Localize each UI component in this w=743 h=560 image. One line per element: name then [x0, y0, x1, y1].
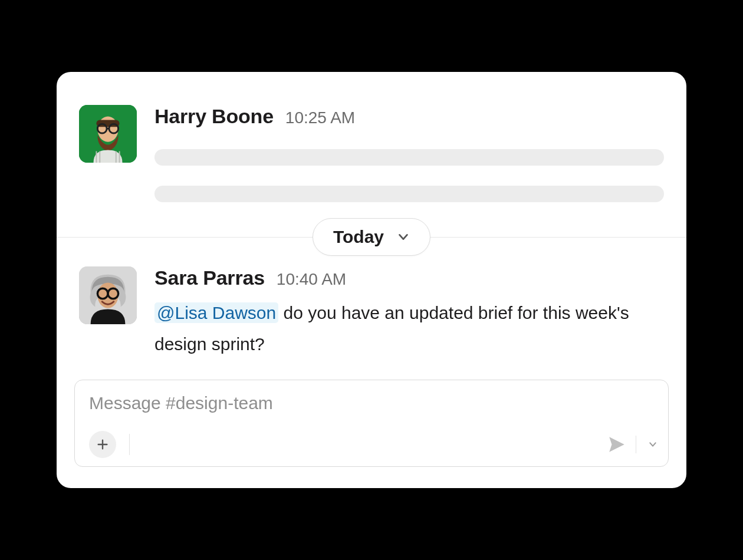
avatar[interactable]: [79, 266, 137, 324]
avatar[interactable]: [79, 105, 137, 163]
avatar-illustration: [79, 266, 137, 324]
message-text: @Lisa Dawson do you have an updated brie…: [154, 298, 664, 360]
message: Sara Parras 10:40 AM @Lisa Dawson do you…: [74, 266, 669, 360]
sender-name[interactable]: Harry Boone: [154, 105, 274, 128]
chevron-down-icon: [648, 440, 657, 449]
message-time: 10:25 AM: [285, 108, 355, 127]
composer-toolbar: [89, 431, 659, 458]
date-label: Today: [333, 227, 384, 247]
send-button[interactable]: [606, 434, 627, 455]
message-time: 10:40 AM: [277, 270, 346, 289]
message-composer[interactable]: Message #design-team: [74, 380, 669, 467]
chat-panel: Harry Boone 10:25 AM Today: [57, 72, 686, 488]
plus-icon: [96, 438, 109, 451]
message-placeholder-line: [154, 149, 664, 166]
toolbar-separator: [129, 434, 130, 455]
attach-button[interactable]: [89, 431, 116, 458]
avatar-illustration: [79, 105, 137, 163]
chevron-down-icon: [397, 230, 410, 243]
message: Harry Boone 10:25 AM: [74, 105, 669, 202]
message-body: Sara Parras 10:40 AM @Lisa Dawson do you…: [154, 266, 664, 360]
message-body: Harry Boone 10:25 AM: [154, 105, 664, 202]
message-placeholder-line: [154, 186, 664, 202]
toolbar-separator: [636, 436, 636, 453]
send-options-button[interactable]: [647, 439, 659, 450]
date-divider: Today: [74, 236, 669, 237]
sender-name[interactable]: Sara Parras: [154, 266, 265, 289]
send-icon: [607, 434, 627, 454]
composer-placeholder: Message #design-team: [89, 393, 659, 413]
date-pill[interactable]: Today: [313, 218, 430, 256]
user-mention[interactable]: @Lisa Dawson: [154, 302, 278, 323]
svg-rect-2: [96, 120, 119, 127]
